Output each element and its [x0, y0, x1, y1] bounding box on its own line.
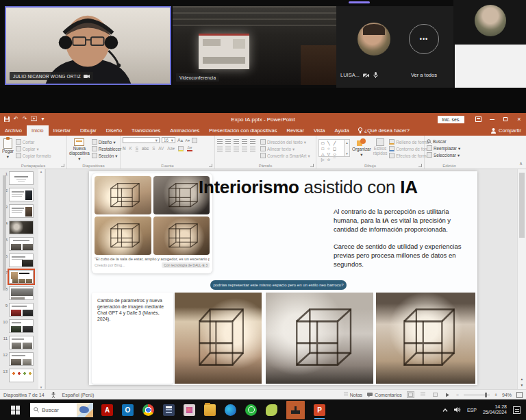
character-spacing-button[interactable]: AV [158, 146, 164, 151]
notes-app-icon[interactable] [266, 404, 277, 416]
decrease-indent-icon[interactable] [234, 139, 239, 144]
slide-thumbnail-10[interactable]: 10 [2, 319, 34, 333]
copy-button[interactable]: Copiar▾ [16, 146, 51, 151]
shrink-font-button[interactable]: A▾ [185, 138, 190, 143]
start-button[interactable] [0, 399, 30, 420]
clock[interactable]: 14:28 25/04/2024 [483, 404, 507, 416]
powerpoint-icon[interactable]: P [314, 404, 325, 416]
next-slide-icon[interactable]: ▾ [521, 383, 523, 387]
edge-icon[interactable] [225, 404, 236, 416]
ai-render-image-3[interactable] [95, 217, 151, 255]
italic-button[interactable]: K [129, 146, 132, 151]
find-button[interactable]: Buscar [427, 139, 460, 144]
baroque-render-image-1[interactable] [175, 293, 262, 384]
convert-smartart-button[interactable]: Convertir a SmartArt▾ [260, 153, 310, 158]
adobe-acrobat-icon[interactable]: A [101, 404, 113, 416]
slide-thumbnail-7[interactable]: 7 [2, 270, 34, 284]
active-app-icon[interactable] [286, 401, 305, 419]
calculator-icon[interactable] [163, 404, 175, 416]
baroque-render-image-3[interactable] [376, 293, 475, 384]
font-name-combo[interactable]: ▾ [123, 137, 160, 143]
increase-indent-icon[interactable] [242, 139, 247, 144]
zoom-slider-thumb[interactable] [485, 393, 487, 397]
main-scrollbar-thumb[interactable] [519, 173, 525, 238]
align-text-button[interactable]: Alinear texto▾ [260, 146, 310, 151]
shape-icon[interactable]: ◇ [331, 151, 338, 157]
shape-icon[interactable]: ⌒ [331, 157, 338, 162]
save-icon[interactable] [4, 116, 10, 122]
shape-icon[interactable]: ▽ [326, 151, 332, 157]
font-dialog-launcher-icon[interactable] [209, 164, 212, 167]
grow-font-button[interactable]: A▴ [177, 138, 183, 143]
slide-title[interactable]: Interiorismo asistido con IA [199, 177, 475, 198]
text-shadow-button[interactable]: S [152, 146, 155, 151]
tab-animaciones[interactable]: Animaciones [165, 125, 204, 136]
ribbon-display-options-button[interactable] [471, 113, 485, 125]
format-painter-button[interactable]: Copiar formato [16, 153, 51, 158]
notes-button[interactable]: Notas [344, 393, 362, 397]
tab-presentaci-n-con-diapositivas[interactable]: Presentación con diapositivas [204, 125, 281, 136]
shape-icon[interactable]: △ [320, 151, 326, 157]
chrome-icon[interactable] [142, 404, 154, 416]
slide-thumbnail-3[interactable]: 3 [2, 204, 34, 218]
video-tile-room[interactable]: Videoconferencia [173, 6, 336, 85]
shape-icon[interactable]: ╱ [331, 140, 338, 146]
clear-formatting-icon[interactable] [192, 138, 197, 143]
tab-dise-o[interactable]: Diseño [101, 125, 127, 136]
restore-button[interactable] [499, 113, 512, 125]
slide-thumbnail-12[interactable]: 12 [2, 352, 34, 366]
main-scrollbar[interactable]: ▴ ▾ [517, 169, 526, 389]
zoom-slider[interactable] [464, 395, 490, 395]
text-direction-button[interactable]: Dirección del texto▾ [260, 139, 310, 145]
slide-layout-button[interactable]: Diseño▾ [92, 139, 122, 145]
outlook-icon[interactable]: O [122, 404, 134, 416]
shape-icon[interactable]: ▷ [320, 157, 326, 162]
font-color-button[interactable]: A▾ [187, 145, 192, 151]
view-all-label[interactable]: Ver a todos [409, 72, 439, 78]
shape-icon[interactable]: ▭ [320, 140, 326, 146]
slide-sorter-view-button[interactable] [419, 391, 427, 398]
slide-thumbnail-4[interactable]: 4 [2, 221, 34, 234]
action-center-icon[interactable] [513, 406, 521, 414]
tray-expand-icon[interactable] [442, 408, 448, 412]
shape-icon[interactable]: ☆ [326, 157, 332, 162]
whatsapp-icon[interactable] [245, 404, 257, 416]
ai-render-image-4[interactable] [153, 217, 210, 255]
tab-vista[interactable]: Vista [309, 125, 330, 136]
slide-thumbnail-1[interactable]: 1 [2, 171, 34, 185]
tab-archivo[interactable]: Archivo [0, 125, 27, 136]
bullets-icon[interactable] [217, 139, 223, 144]
ai-image-card[interactable]: "El cubo de la sala de estar, amplio y a… [92, 173, 212, 273]
slide-7[interactable]: "El cubo de la sala de estar, amplio y a… [89, 171, 477, 385]
shape-icon[interactable]: ○ [326, 146, 332, 151]
clipboard-dialog-launcher-icon[interactable] [61, 164, 64, 167]
paragraph-dialog-launcher-icon[interactable] [310, 164, 314, 167]
slide-body-text[interactable]: Al contrario de la percepción es utilita… [334, 207, 473, 269]
tab-dibujar[interactable]: Dibujar [75, 125, 101, 136]
avatar-attendee[interactable] [358, 23, 390, 55]
slide-thumbnail-8[interactable]: 8 [2, 286, 34, 300]
replace-button[interactable]: Reemplazar▾ [427, 145, 460, 151]
select-button[interactable]: Seleccionar▾ [427, 152, 460, 158]
shape-icon[interactable]: ◻ [331, 146, 338, 151]
tab-inicio[interactable]: Inicio [27, 125, 49, 136]
numbering-icon[interactable] [225, 139, 231, 144]
justify-icon[interactable] [242, 147, 247, 151]
accessibility-icon[interactable] [51, 392, 55, 398]
quick-styles-button[interactable]: Estilos rápidos [373, 137, 388, 162]
line-spacing-icon[interactable] [250, 139, 255, 144]
redo-icon[interactable]: ↷ [23, 116, 27, 122]
thumbnail-scrollbar[interactable]: ▴ ▾ [38, 169, 44, 389]
collapse-ribbon-icon[interactable]: ∧ [519, 161, 523, 166]
slide-thumbnail-11[interactable]: 11 [2, 336, 34, 349]
tab-transiciones[interactable]: Transiciones [127, 125, 165, 136]
thumbnail-scrollbar-thumb[interactable] [3, 175, 6, 291]
tab-ayuda[interactable]: Ayuda [330, 125, 354, 136]
avatar-participant[interactable] [475, 5, 506, 36]
scroll-up-icon[interactable]: ▴ [40, 169, 42, 173]
slideshow-view-button[interactable] [444, 391, 451, 398]
minimize-button[interactable] [485, 113, 499, 125]
file-explorer-icon[interactable] [204, 404, 216, 416]
close-button[interactable]: × [512, 113, 526, 125]
new-slide-button[interactable]: Nueva diapositiva ▾ [69, 137, 90, 162]
